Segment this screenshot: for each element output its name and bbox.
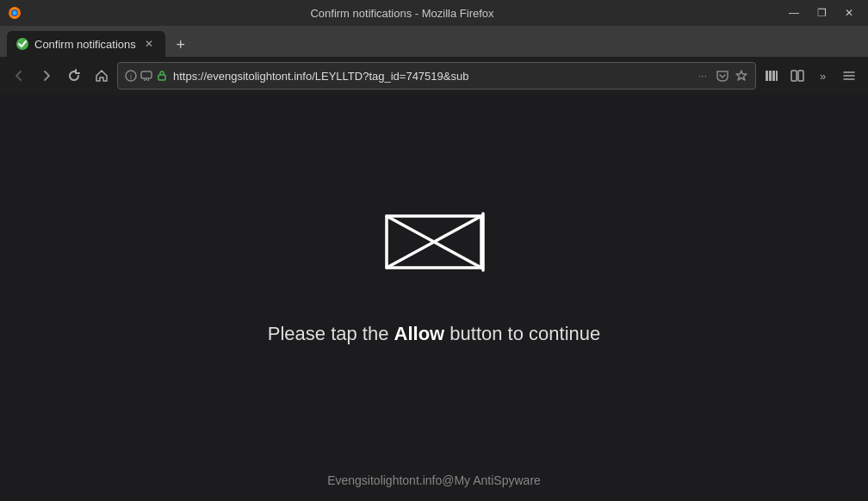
new-tab-button[interactable]: + xyxy=(169,33,193,57)
svg-text:i: i xyxy=(130,72,132,81)
tab-label: Confirm notifications xyxy=(34,38,136,51)
svg-rect-9 xyxy=(769,71,772,81)
address-text: https://evengsitolightont.info/LEYLLTD?t… xyxy=(173,70,690,83)
bookmark-icon[interactable] xyxy=(735,69,748,83)
firefox-icon xyxy=(7,5,22,21)
titlebar-controls: — ❐ ✕ xyxy=(782,4,861,22)
message-plain-end: button to continue xyxy=(444,323,600,344)
svg-rect-11 xyxy=(776,71,778,81)
svg-rect-12 xyxy=(791,71,797,81)
tabbar: Confirm notifications ✕ + xyxy=(0,26,868,57)
minimize-button[interactable]: — xyxy=(782,4,806,22)
site-logo xyxy=(378,199,490,285)
page-footer: Evengsitolightont.info@My AntiSpyware xyxy=(0,473,868,487)
toolbar-right: » xyxy=(760,64,861,88)
page-content: Please tap the Allow button to continue … xyxy=(0,95,868,501)
active-tab[interactable]: Confirm notifications ✕ xyxy=(7,31,165,57)
home-button[interactable] xyxy=(90,64,114,88)
library-button[interactable] xyxy=(760,64,784,88)
svg-rect-6 xyxy=(141,71,152,78)
svg-rect-10 xyxy=(772,71,775,81)
lock-icon xyxy=(156,70,168,82)
tab-close-button[interactable]: ✕ xyxy=(141,36,157,52)
svg-point-2 xyxy=(13,11,17,15)
page-message: Please tap the Allow button to continue xyxy=(268,323,600,345)
maximize-button[interactable]: ❐ xyxy=(809,4,834,22)
address-info-icons: i xyxy=(125,70,168,82)
notification-icon xyxy=(140,70,152,82)
address-right-icons: ··· xyxy=(695,68,748,84)
close-button[interactable]: ✕ xyxy=(837,4,861,22)
navbar: i https://evengsitolightont.info/LEYLLTD… xyxy=(0,57,868,95)
svg-rect-8 xyxy=(766,71,768,81)
svg-rect-13 xyxy=(798,71,803,81)
titlebar-left xyxy=(7,5,22,21)
message-bold: Allow xyxy=(394,323,445,344)
titlebar: Confirm notifications - Mozilla Firefox … xyxy=(0,0,868,26)
info-icon: i xyxy=(125,70,137,82)
back-button[interactable] xyxy=(7,64,31,88)
tab-favicon xyxy=(16,37,29,51)
reload-button[interactable] xyxy=(62,64,86,88)
message-plain-start: Please tap the xyxy=(268,323,394,344)
pocket-icon[interactable] xyxy=(716,69,729,83)
more-address-button[interactable]: ··· xyxy=(695,68,710,84)
overflow-button[interactable]: » xyxy=(811,64,835,88)
svg-rect-7 xyxy=(158,75,165,80)
titlebar-title: Confirm notifications - Mozilla Firefox xyxy=(22,7,782,20)
hamburger-menu-button[interactable] xyxy=(837,64,861,88)
address-bar[interactable]: i https://evengsitolightont.info/LEYLLTD… xyxy=(117,62,756,90)
forward-button[interactable] xyxy=(34,64,59,88)
logo-area xyxy=(378,199,490,288)
reader-view-button[interactable] xyxy=(785,64,809,88)
